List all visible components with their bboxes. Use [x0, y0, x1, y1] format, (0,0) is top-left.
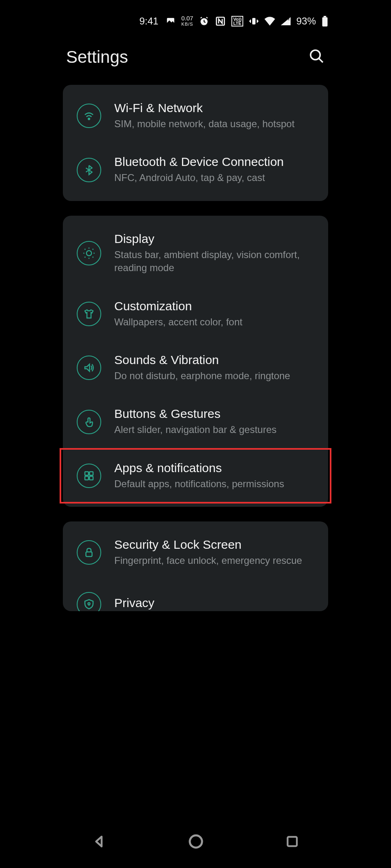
item-subtitle: Do not disturb, earphone mode, ringtone: [114, 369, 317, 382]
svg-rect-12: [85, 476, 89, 480]
search-button[interactable]: [309, 48, 325, 66]
item-title: Display: [114, 232, 317, 246]
status-time: 9:41: [139, 15, 158, 27]
settings-item-security[interactable]: Security & Lock Screen Fingerprint, face…: [63, 526, 328, 579]
svg-rect-11: [89, 472, 93, 475]
item-subtitle: SIM, mobile network, data usage, hotspot: [114, 117, 317, 130]
svg-rect-14: [86, 552, 92, 557]
item-title: Wi-Fi & Network: [114, 101, 317, 115]
svg-rect-5: [324, 16, 327, 17]
settings-header: Settings: [51, 29, 340, 85]
svg-rect-3: [252, 18, 255, 24]
privacy-icon: [77, 592, 101, 612]
recent-icon: [285, 835, 299, 848]
svg-point-8: [88, 118, 90, 120]
svg-point-15: [88, 603, 90, 605]
display-icon: [77, 241, 101, 265]
item-title: Customization: [114, 299, 317, 313]
item-title: Sounds & Vibration: [114, 353, 317, 367]
home-icon: [188, 833, 204, 850]
settings-item-buttons[interactable]: Buttons & Gestures Alert slider, navigat…: [63, 395, 328, 448]
svg-rect-6: [322, 17, 328, 27]
item-title: Buttons & Gestures: [114, 407, 317, 421]
settings-group: Display Status bar, ambient display, vis…: [63, 216, 328, 507]
nav-recent-button[interactable]: [285, 835, 299, 850]
signal-icon: x: [281, 17, 291, 26]
back-icon: [92, 834, 107, 849]
lock-icon: [77, 540, 101, 565]
svg-point-16: [190, 835, 202, 848]
volte-icon: Vo)) LTE: [231, 16, 243, 27]
item-subtitle: Status bar, ambient display, vision comf…: [114, 248, 317, 275]
page-title: Settings: [66, 47, 128, 67]
vibrate-icon: [249, 16, 259, 26]
nav-back-button[interactable]: [92, 834, 107, 850]
settings-item-sounds[interactable]: Sounds & Vibration Do not disturb, earph…: [63, 341, 328, 395]
item-subtitle: Wallpapers, accent color, font: [114, 316, 317, 329]
item-subtitle: Alert slider, navigation bar & gestures: [114, 423, 317, 436]
svg-rect-17: [287, 837, 297, 846]
picture-icon: [166, 16, 176, 26]
bluetooth-icon: [77, 158, 101, 182]
network-speed: 0.07 KB/S: [181, 15, 193, 27]
item-subtitle: NFC, Android Auto, tap & pay, cast: [114, 171, 317, 184]
status-bar: 9:41 0.07 KB/S Vo)) LTE x 93%: [51, 13, 340, 29]
nfc-icon: [215, 16, 226, 27]
shirt-icon: [77, 302, 101, 326]
gesture-icon: [77, 410, 101, 434]
search-icon: [309, 48, 325, 64]
item-subtitle: Fingerprint, face unlock, emergency resc…: [114, 554, 317, 567]
settings-item-customization[interactable]: Customization Wallpapers, accent color, …: [63, 287, 328, 341]
settings-item-wifi[interactable]: Wi-Fi & Network SIM, mobile network, dat…: [63, 89, 328, 143]
settings-group: Wi-Fi & Network SIM, mobile network, dat…: [63, 85, 328, 201]
battery-icon: [322, 16, 328, 27]
item-subtitle: Default apps, notifications, permissions: [114, 477, 317, 490]
navigation-bar: [51, 825, 340, 860]
item-title: Security & Lock Screen: [114, 538, 317, 552]
battery-percent: 93%: [296, 15, 316, 27]
svg-rect-13: [89, 476, 93, 480]
wifi-icon: [77, 104, 101, 128]
nav-home-button[interactable]: [188, 833, 204, 851]
alarm-icon: [199, 16, 209, 27]
item-title: Bluetooth & Device Connection: [114, 155, 317, 169]
settings-group: Security & Lock Screen Fingerprint, face…: [63, 521, 328, 611]
wifi-status-icon: [264, 17, 275, 26]
settings-item-apps[interactable]: Apps & notifications Default apps, notif…: [60, 449, 331, 503]
settings-item-bluetooth[interactable]: Bluetooth & Device Connection NFC, Andro…: [63, 143, 328, 197]
apps-icon: [77, 464, 101, 488]
svg-point-7: [311, 50, 320, 60]
settings-item-privacy[interactable]: Privacy: [63, 580, 328, 612]
item-title: Privacy: [114, 596, 317, 610]
svg-text:x: x: [288, 17, 290, 21]
item-title: Apps & notifications: [114, 461, 317, 475]
svg-rect-10: [85, 472, 89, 475]
sound-icon: [77, 356, 101, 380]
svg-point-9: [87, 251, 92, 256]
settings-item-display[interactable]: Display Status bar, ambient display, vis…: [63, 220, 328, 287]
